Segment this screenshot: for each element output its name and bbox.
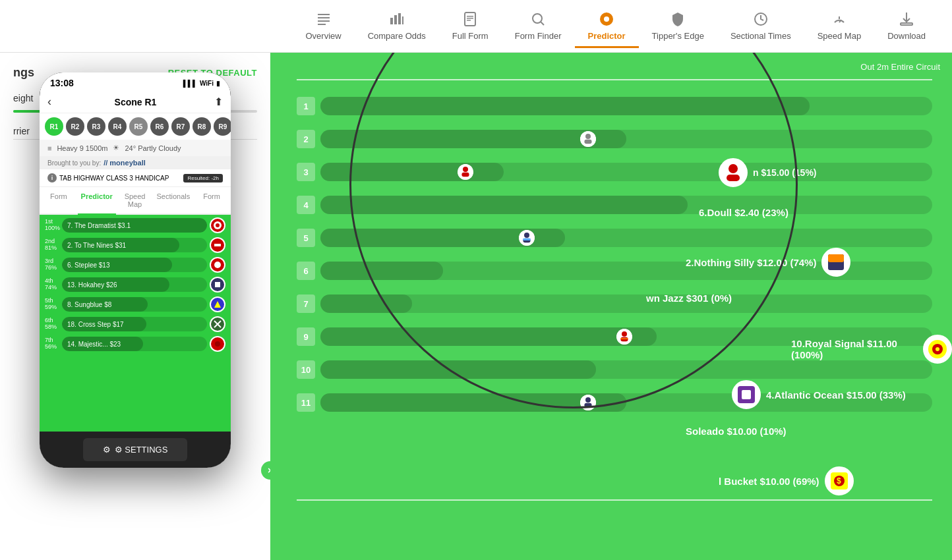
phone-mockup: 13:08 ▌▌▌ WiFi ▮ ‹ Scone R1 ⬆ R1 R2 — [40, 72, 231, 468]
close-icon: × — [268, 465, 270, 476]
nav-item-full-form[interactable]: Full Form — [439, 5, 502, 48]
nav-item-predictor[interactable]: Predictor — [575, 5, 639, 48]
horse-label-1: n $15.00 (15%) — [753, 167, 817, 178]
horse-label-royal-signal: 10.Royal Signal $11.00 (100%) — [791, 338, 918, 360]
nav-item-speed-map[interactable]: Speed Map — [804, 5, 875, 48]
pred-jockey-2 — [210, 237, 225, 253]
sponsor-text: Brought to you by: — [47, 159, 101, 167]
main-content: ngs RESET TO DEFAULT eight rrier 13:08 — [0, 53, 952, 560]
race-tab-r7[interactable]: R7 — [171, 117, 190, 136]
settings-gear-icon: ⚙ — [103, 445, 111, 455]
race-tab-r2[interactable]: R2 — [66, 117, 84, 136]
horse-entry-nothing-silly: 2.Nothing Silly $12.00 (74%) — [686, 248, 850, 277]
lane-row-4: 4 — [297, 190, 932, 220]
jockey-avatar-2 — [580, 131, 596, 147]
pred-rank-4: 4th74% — [45, 278, 62, 291]
list-item[interactable]: 7th56% 14. Majestic... $23 — [45, 336, 225, 352]
phone-tab-sectionals[interactable]: Sectionals — [154, 187, 193, 213]
lane-number-2: 2 — [297, 130, 315, 148]
svg-rect-7 — [402, 16, 403, 24]
race-tab-r4[interactable]: R4 — [108, 117, 127, 136]
nav-item-sectional-times[interactable]: Sectional Times — [717, 5, 804, 48]
svg-rect-58 — [828, 254, 844, 262]
horse-entry-royal-signal: 10.Royal Signal $11.00 (100%) — [791, 335, 952, 364]
list-icon — [314, 10, 333, 28]
clock-icon — [752, 10, 770, 28]
phone-tab-speed-map[interactable]: Speed Map — [116, 187, 154, 213]
lane-number-3: 3 — [297, 163, 315, 181]
lane-number-7: 7 — [297, 294, 315, 313]
list-item[interactable]: 2nd81% 2. To The Nines $31 — [45, 237, 225, 253]
weather-info: 24° Partly Cloudy — [125, 144, 181, 152]
close-left-panel-button[interactable]: × — [261, 461, 270, 480]
pred-bar-5: 8. Sungblue $8 — [62, 297, 148, 312]
nav-item-form-finder[interactable]: Form Finder — [502, 5, 575, 48]
list-item[interactable]: 1st100% 7. The Dramatist $3.1 — [45, 217, 225, 233]
lane-row-2: 2 — [297, 124, 932, 154]
speed-icon — [830, 10, 848, 28]
horse-label-soleado: Soleado $10.00 (10%) — [686, 426, 787, 437]
back-button[interactable]: ‹ — [47, 95, 51, 109]
svg-line-13 — [541, 22, 545, 25]
settings-title: ngs — [13, 66, 34, 80]
pred-bar-2: 2. To The Nines $31 — [62, 238, 179, 252]
lane-bar-inner-1 — [320, 97, 810, 115]
nav-item-compare-odds[interactable]: Compare Odds — [355, 5, 439, 48]
race-tab-r6[interactable]: R6 — [150, 117, 169, 136]
phone-tab-form2[interactable]: Form — [193, 187, 231, 213]
svg-rect-49 — [621, 338, 628, 339]
top-navigation: Overview Compare Odds Full Form Form Fin… — [0, 0, 952, 53]
settings-button[interactable]: ⚙ ⚙ SETTINGS — [83, 438, 188, 461]
settings-button-bar: ⚙ ⚙ SETTINGS — [40, 432, 231, 468]
race-tab-r5[interactable]: R5 — [129, 117, 148, 136]
race-tab-r1[interactable]: R1 — [45, 117, 63, 136]
pred-rank-1: 1st100% — [45, 219, 62, 232]
pred-rank-7: 7th56% — [45, 337, 62, 350]
list-item[interactable]: 5th59% 8. Sungblue $8 — [45, 296, 225, 312]
jockey-avatar-9 — [616, 329, 632, 345]
race-tab-r9[interactable]: R9 — [214, 117, 231, 136]
wifi-icon: WiFi — [200, 80, 214, 87]
nav-item-download[interactable]: Download — [874, 5, 939, 48]
horse-label-bucket: l Bucket $10.00 (69%) — [719, 476, 819, 487]
share-button[interactable]: ⬆ — [214, 96, 223, 108]
nav-item-tippers-edge[interactable]: Tipper's Edge — [639, 5, 717, 48]
nav-label-predictor: Predictor — [588, 31, 626, 41]
svg-rect-10 — [467, 18, 473, 19]
lane-row-1: 1 — [297, 91, 932, 121]
pred-horse-2: 2. To The Nines $31 — [67, 242, 126, 249]
horse-label-jazz: wn Jazz $301 (0%) — [646, 293, 732, 304]
list-item[interactable]: 6th58% 18. Cross Step $17 — [45, 316, 225, 332]
lane-row-7: 7 — [297, 289, 932, 319]
nav-item-overview[interactable]: Overview — [292, 5, 354, 48]
pred-horse-7: 14. Majestic... $23 — [67, 341, 121, 348]
battery-icon: ▮ — [216, 80, 220, 87]
pred-bar-3: 6. Steplee $13 — [62, 258, 172, 272]
lane-number-5: 5 — [297, 229, 315, 247]
lane-number-4: 4 — [297, 196, 315, 214]
svg-point-54 — [729, 164, 738, 173]
phone-tab-predictor[interactable]: Predictor — [78, 187, 116, 215]
pred-rank-5: 5th59% — [45, 298, 62, 311]
lane-row-3: 3 — [297, 157, 932, 187]
moneyball-logo: // moneyball — [104, 159, 146, 167]
lane-bar-inner-4 — [320, 196, 688, 214]
phone-tab-form[interactable]: Form — [40, 187, 78, 213]
lane-number-10: 10 — [297, 360, 315, 379]
race-tab-r8[interactable]: R8 — [193, 117, 211, 136]
pred-rank-3: 3rd76% — [45, 258, 62, 271]
svg-rect-55 — [727, 175, 740, 181]
svg-text:$: $ — [837, 476, 841, 486]
list-item[interactable]: 4th74% 13. Hokahey $26 — [45, 277, 225, 293]
list-item[interactable]: 3rd76% 6. Steplee $13 — [45, 257, 225, 273]
nav-label-tipper: Tipper's Edge — [652, 31, 704, 41]
pred-bar-4: 13. Hokahey $26 — [62, 277, 169, 292]
lane-number-9: 9 — [297, 327, 315, 346]
horse-label-doull: 6.Doull $2.40 (23%) — [699, 207, 788, 218]
phone-header: ‹ Scone R1 ⬆ — [40, 91, 231, 113]
lane-bar-1 — [320, 97, 932, 115]
pred-horse-5: 8. Sungblue $8 — [67, 301, 111, 308]
lane-bar-4 — [320, 196, 932, 214]
lane-bar-inner-10 — [320, 360, 596, 379]
race-tab-r3[interactable]: R3 — [87, 117, 105, 136]
